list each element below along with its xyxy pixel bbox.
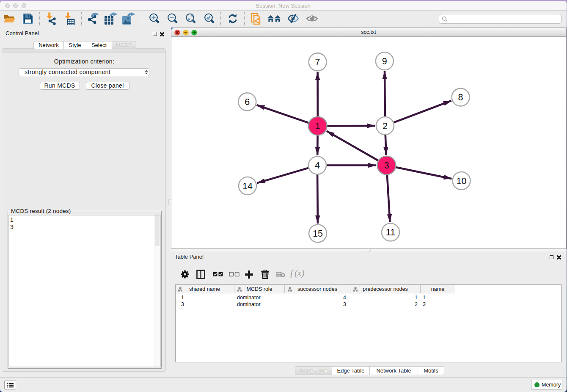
svg-text:14: 14: [242, 181, 253, 191]
svg-text:3: 3: [384, 160, 389, 171]
svg-text:7: 7: [315, 57, 320, 67]
svg-text:11: 11: [386, 227, 395, 237]
svg-text:8: 8: [458, 92, 463, 102]
svg-text:15: 15: [313, 229, 323, 239]
svg-text:2: 2: [383, 121, 388, 131]
svg-text:4: 4: [315, 160, 320, 171]
svg-text:1: 1: [315, 121, 320, 131]
svg-text:6: 6: [245, 97, 250, 107]
svg-text:9: 9: [382, 56, 387, 66]
svg-text:10: 10: [457, 176, 467, 186]
